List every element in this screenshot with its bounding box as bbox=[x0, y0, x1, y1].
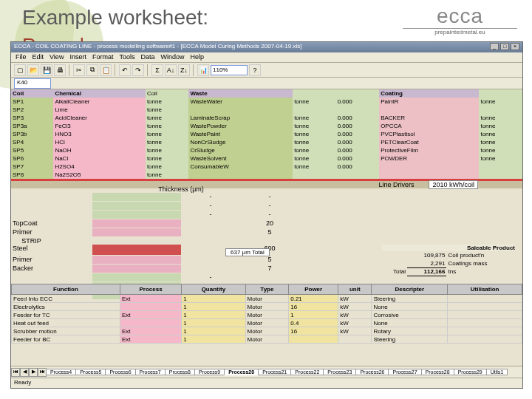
cell[interactable]: AcidCleaner bbox=[53, 114, 146, 122]
cell[interactable]: ProtectiveFilm bbox=[379, 146, 479, 154]
sheet-tab[interactable]: Process26 bbox=[355, 369, 389, 375]
menu-file[interactable]: File bbox=[16, 53, 27, 61]
func-cell[interactable]: 16 bbox=[289, 303, 338, 311]
cut-icon[interactable]: ✂ bbox=[73, 64, 85, 76]
cell[interactable]: tonne bbox=[293, 138, 336, 146]
sheet-tab[interactable]: Process22 bbox=[290, 369, 324, 375]
func-cell[interactable] bbox=[448, 335, 522, 344]
sheet-tab[interactable]: Process21 bbox=[258, 369, 291, 375]
paste-icon[interactable]: 📋 bbox=[100, 64, 112, 76]
cell[interactable]: tonne bbox=[146, 98, 189, 106]
close-button[interactable]: × bbox=[511, 43, 519, 50]
func-cell[interactable] bbox=[289, 335, 338, 344]
cell[interactable]: ConsumableW bbox=[188, 163, 293, 171]
cell[interactable]: tonne bbox=[479, 122, 522, 130]
func-cell[interactable] bbox=[448, 319, 522, 327]
redo-icon[interactable]: ↷ bbox=[132, 64, 144, 76]
cell[interactable]: HNO3 bbox=[53, 130, 146, 138]
cell[interactable]: tonne bbox=[146, 163, 189, 171]
func-cell[interactable]: 1 bbox=[182, 319, 245, 327]
func-cell[interactable]: Motor bbox=[245, 327, 289, 335]
sheet-tab[interactable]: Process8 bbox=[165, 369, 195, 375]
cell[interactable]: Lime bbox=[53, 106, 146, 114]
cell[interactable]: tonne bbox=[146, 138, 189, 146]
sort-desc-icon[interactable]: Z↓ bbox=[178, 64, 190, 76]
func-cell[interactable] bbox=[338, 335, 372, 344]
cell[interactable]: tonne bbox=[146, 154, 189, 163]
menu-insert[interactable]: Insert bbox=[69, 53, 86, 61]
thickness-b[interactable]: 20 bbox=[240, 219, 299, 228]
cell[interactable]: 0.000 bbox=[336, 130, 380, 138]
zoom-input[interactable] bbox=[211, 65, 248, 75]
func-cell[interactable]: Motor bbox=[245, 319, 289, 327]
thickness-b[interactable]: - bbox=[240, 202, 299, 210]
cell[interactable]: 0.000 bbox=[336, 114, 380, 122]
cell[interactable]: FeCl3 bbox=[53, 122, 146, 130]
menu-edit[interactable]: Edit bbox=[33, 53, 44, 61]
cell[interactable]: H2SO4 bbox=[53, 163, 146, 171]
cell[interactable]: Na2S2O5 bbox=[53, 171, 146, 179]
func-cell[interactable] bbox=[120, 303, 181, 311]
cell[interactable]: 0.000 bbox=[336, 146, 380, 154]
cell[interactable]: POWDER bbox=[379, 154, 479, 163]
cell[interactable]: NaCl bbox=[53, 154, 146, 163]
cell[interactable]: OPCCA bbox=[379, 122, 479, 130]
func-cell[interactable]: Feeder for BC bbox=[12, 335, 120, 344]
sum-icon[interactable]: Σ bbox=[151, 64, 163, 76]
cell[interactable]: tonne bbox=[479, 114, 522, 122]
thickness-b[interactable]: 5 bbox=[240, 228, 299, 236]
func-cell[interactable] bbox=[448, 295, 522, 303]
cell[interactable] bbox=[336, 106, 380, 114]
func-cell[interactable]: 1 bbox=[289, 311, 338, 319]
cell[interactable]: tonne bbox=[293, 154, 336, 163]
cell[interactable]: tonne bbox=[146, 122, 189, 130]
thickness-b[interactable]: - bbox=[240, 211, 299, 219]
cell[interactable]: SP3b bbox=[11, 130, 53, 138]
menu-tools[interactable]: Tools bbox=[119, 53, 134, 61]
cell[interactable]: BACKER bbox=[379, 114, 479, 122]
func-cell[interactable] bbox=[448, 327, 522, 335]
func-cell[interactable]: Steering bbox=[372, 335, 448, 344]
cell[interactable] bbox=[379, 171, 479, 179]
cell[interactable]: NaOH bbox=[53, 146, 146, 154]
cell[interactable]: SP7 bbox=[11, 163, 53, 171]
func-cell[interactable]: kW bbox=[338, 319, 372, 327]
cell[interactable]: SP2 bbox=[11, 106, 53, 114]
func-cell[interactable]: Feed Into ECC bbox=[12, 295, 120, 303]
cell[interactable]: PaintR bbox=[379, 98, 479, 106]
sheet-tab[interactable]: Process23 bbox=[323, 369, 356, 375]
sheet-tab[interactable]: Process6 bbox=[105, 369, 135, 375]
sheet-tab[interactable]: Process9 bbox=[194, 369, 225, 375]
cell[interactable]: tonne bbox=[146, 146, 189, 154]
sheet-tab[interactable]: Process29 bbox=[454, 369, 487, 375]
menu-view[interactable]: View bbox=[50, 53, 64, 61]
thickness-a[interactable]: - bbox=[181, 273, 240, 282]
sheet-tab[interactable]: Process4 bbox=[46, 369, 76, 375]
cell[interactable]: WastePowder bbox=[188, 122, 293, 130]
cell[interactable]: PETClearCoat bbox=[379, 138, 479, 146]
func-cell[interactable] bbox=[120, 319, 181, 327]
cell[interactable] bbox=[479, 163, 522, 171]
menu-window[interactable]: Window bbox=[160, 53, 184, 61]
thickness-a[interactable] bbox=[181, 228, 240, 236]
chart-icon[interactable]: 📊 bbox=[197, 64, 209, 76]
open-icon[interactable]: 📂 bbox=[27, 64, 39, 76]
cell[interactable]: tonne bbox=[293, 114, 336, 122]
func-cell[interactable]: Motor bbox=[245, 295, 289, 303]
cell[interactable]: tonne bbox=[293, 130, 336, 138]
tab-first-icon[interactable]: ⏮ bbox=[11, 368, 20, 377]
cell[interactable]: PVCPlastisol bbox=[379, 130, 479, 138]
thickness-a[interactable] bbox=[181, 219, 240, 228]
cell[interactable]: tonne bbox=[479, 98, 522, 106]
cell[interactable]: 0.000 bbox=[336, 138, 380, 146]
func-cell[interactable]: 1 bbox=[182, 335, 245, 344]
sheet-tab[interactable]: Process5 bbox=[75, 369, 106, 375]
thickness-b[interactable]: 7 bbox=[240, 265, 299, 273]
func-cell[interactable]: 1 bbox=[182, 303, 245, 311]
cell[interactable]: SP1 bbox=[11, 98, 53, 106]
cell[interactable]: SP8 bbox=[11, 171, 53, 179]
func-cell[interactable]: Scrubber motion bbox=[12, 327, 120, 335]
func-cell[interactable]: 1 bbox=[182, 327, 245, 335]
func-cell[interactable]: Motor bbox=[245, 335, 289, 344]
menu-data[interactable]: Data bbox=[140, 53, 154, 61]
